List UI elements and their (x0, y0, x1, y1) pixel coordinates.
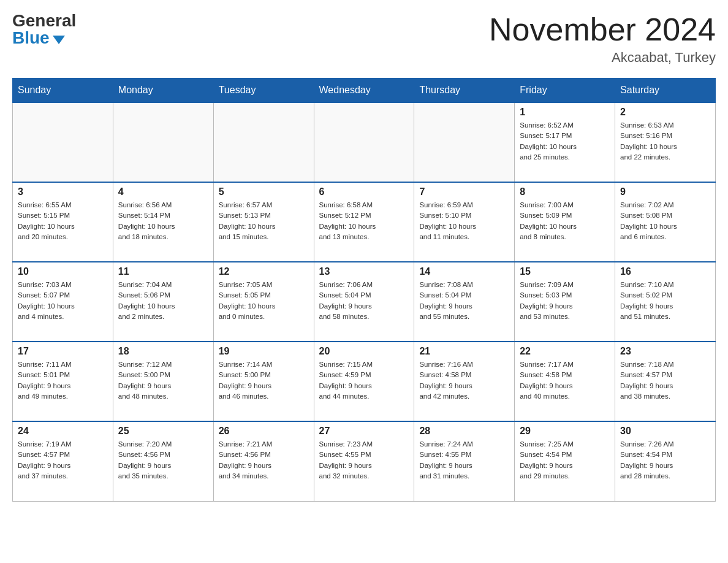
week-row-5: 24Sunrise: 7:19 AMSunset: 4:57 PMDayligh… (13, 421, 716, 501)
calendar-cell-week3-day4: 14Sunrise: 7:08 AMSunset: 5:04 PMDayligh… (414, 262, 515, 342)
calendar-cell-week4-day6: 23Sunrise: 7:18 AMSunset: 4:57 PMDayligh… (615, 342, 716, 421)
calendar-cell-week3-day0: 10Sunrise: 7:03 AMSunset: 5:07 PMDayligh… (13, 262, 113, 342)
day-number: 30 (620, 426, 710, 437)
logo-triangle-icon (53, 36, 65, 44)
day-info: Sunrise: 7:12 AMSunset: 5:00 PMDaylight:… (118, 359, 208, 402)
calendar-cell-week5-day0: 24Sunrise: 7:19 AMSunset: 4:57 PMDayligh… (13, 421, 113, 501)
logo: General Blue (12, 12, 87, 47)
page-header: General Blue November 2024 Akcaabat, Tur… (12, 12, 716, 66)
day-number: 25 (118, 426, 208, 437)
day-number: 12 (219, 266, 309, 277)
day-number: 16 (620, 266, 710, 277)
calendar-cell-week4-day4: 21Sunrise: 7:16 AMSunset: 4:58 PMDayligh… (414, 342, 515, 421)
calendar-cell-week4-day2: 19Sunrise: 7:14 AMSunset: 5:00 PMDayligh… (213, 342, 314, 421)
calendar-cell-week3-day5: 15Sunrise: 7:09 AMSunset: 5:03 PMDayligh… (515, 262, 615, 342)
day-info: Sunrise: 7:21 AMSunset: 4:56 PMDaylight:… (219, 439, 309, 481)
weekday-header-tuesday: Tuesday (213, 79, 314, 103)
day-number: 7 (419, 186, 509, 197)
day-number: 27 (319, 426, 409, 437)
calendar-cell-week5-day4: 28Sunrise: 7:24 AMSunset: 4:55 PMDayligh… (414, 421, 515, 501)
day-info: Sunrise: 6:53 AMSunset: 5:16 PMDaylight:… (620, 120, 710, 163)
calendar-cell-week2-day3: 6Sunrise: 6:58 AMSunset: 5:12 PMDaylight… (314, 182, 414, 262)
week-row-4: 17Sunrise: 7:11 AMSunset: 5:01 PMDayligh… (13, 342, 716, 421)
day-info: Sunrise: 6:57 AMSunset: 5:13 PMDaylight:… (219, 200, 309, 242)
calendar-cell-week3-day6: 16Sunrise: 7:10 AMSunset: 5:02 PMDayligh… (615, 262, 716, 342)
calendar-cell-week4-day5: 22Sunrise: 7:17 AMSunset: 4:58 PMDayligh… (515, 342, 615, 421)
calendar-cell-week5-day2: 26Sunrise: 7:21 AMSunset: 4:56 PMDayligh… (213, 421, 314, 501)
weekday-header-friday: Friday (515, 79, 615, 103)
logo-general-text: General (12, 12, 87, 29)
calendar-cell-week5-day5: 29Sunrise: 7:25 AMSunset: 4:54 PMDayligh… (515, 421, 615, 501)
day-info: Sunrise: 7:25 AMSunset: 4:54 PMDaylight:… (520, 439, 610, 481)
day-info: Sunrise: 6:55 AMSunset: 5:15 PMDaylight:… (18, 200, 108, 242)
calendar-cell-week2-day4: 7Sunrise: 6:59 AMSunset: 5:10 PMDaylight… (414, 182, 515, 262)
day-info: Sunrise: 6:58 AMSunset: 5:12 PMDaylight:… (319, 200, 409, 242)
calendar-cell-week3-day3: 13Sunrise: 7:06 AMSunset: 5:04 PMDayligh… (314, 262, 414, 342)
calendar-cell-week5-day6: 30Sunrise: 7:26 AMSunset: 4:54 PMDayligh… (615, 421, 716, 501)
calendar-cell-week1-day5: 1Sunrise: 6:52 AMSunset: 5:17 PMDaylight… (515, 102, 615, 182)
day-number: 20 (319, 346, 409, 357)
day-info: Sunrise: 7:02 AMSunset: 5:08 PMDaylight:… (620, 200, 710, 242)
week-row-1: 1Sunrise: 6:52 AMSunset: 5:17 PMDaylight… (13, 102, 716, 182)
title-section: November 2024 Akcaabat, Turkey (489, 12, 716, 66)
day-number: 5 (219, 186, 309, 197)
day-info: Sunrise: 7:11 AMSunset: 5:01 PMDaylight:… (18, 359, 108, 402)
calendar-cell-week1-day1 (113, 102, 213, 182)
calendar-cell-week1-day0 (13, 102, 113, 182)
weekday-header-wednesday: Wednesday (314, 79, 414, 103)
day-info: Sunrise: 7:24 AMSunset: 4:55 PMDaylight:… (419, 439, 509, 481)
day-number: 21 (419, 346, 509, 357)
day-number: 15 (520, 266, 610, 277)
weekday-header-thursday: Thursday (414, 79, 515, 103)
day-number: 9 (620, 186, 710, 197)
day-number: 4 (118, 186, 208, 197)
calendar-cell-week1-day2 (213, 102, 314, 182)
calendar-cell-week4-day0: 17Sunrise: 7:11 AMSunset: 5:01 PMDayligh… (13, 342, 113, 421)
day-info: Sunrise: 6:52 AMSunset: 5:17 PMDaylight:… (520, 120, 610, 163)
day-info: Sunrise: 7:16 AMSunset: 4:58 PMDaylight:… (419, 359, 509, 402)
weekday-header-row: SundayMondayTuesdayWednesdayThursdayFrid… (13, 79, 716, 103)
calendar-table: SundayMondayTuesdayWednesdayThursdayFrid… (12, 78, 716, 502)
day-number: 10 (18, 266, 108, 277)
calendar-cell-week3-day1: 11Sunrise: 7:04 AMSunset: 5:06 PMDayligh… (113, 262, 213, 342)
calendar-cell-week4-day1: 18Sunrise: 7:12 AMSunset: 5:00 PMDayligh… (113, 342, 213, 421)
day-number: 1 (520, 107, 610, 118)
day-info: Sunrise: 6:56 AMSunset: 5:14 PMDaylight:… (118, 200, 208, 242)
logo-blue-text: Blue (12, 29, 65, 47)
day-number: 6 (319, 186, 409, 197)
day-info: Sunrise: 7:10 AMSunset: 5:02 PMDaylight:… (620, 280, 710, 322)
day-info: Sunrise: 6:59 AMSunset: 5:10 PMDaylight:… (419, 200, 509, 242)
calendar-cell-week2-day5: 8Sunrise: 7:00 AMSunset: 5:09 PMDaylight… (515, 182, 615, 262)
day-info: Sunrise: 7:04 AMSunset: 5:06 PMDaylight:… (118, 280, 208, 322)
day-info: Sunrise: 7:18 AMSunset: 4:57 PMDaylight:… (620, 359, 710, 402)
day-info: Sunrise: 7:14 AMSunset: 5:00 PMDaylight:… (219, 359, 309, 402)
weekday-header-monday: Monday (113, 79, 213, 103)
day-number: 17 (18, 346, 108, 357)
day-info: Sunrise: 7:09 AMSunset: 5:03 PMDaylight:… (520, 280, 610, 322)
calendar-cell-week5-day3: 27Sunrise: 7:23 AMSunset: 4:55 PMDayligh… (314, 421, 414, 501)
day-info: Sunrise: 7:19 AMSunset: 4:57 PMDaylight:… (18, 439, 108, 481)
day-info: Sunrise: 7:26 AMSunset: 4:54 PMDaylight:… (620, 439, 710, 481)
day-number: 24 (18, 426, 108, 437)
week-row-2: 3Sunrise: 6:55 AMSunset: 5:15 PMDaylight… (13, 182, 716, 262)
calendar-cell-week1-day3 (314, 102, 414, 182)
day-info: Sunrise: 7:08 AMSunset: 5:04 PMDaylight:… (419, 280, 509, 322)
day-number: 22 (520, 346, 610, 357)
day-number: 13 (319, 266, 409, 277)
day-number: 18 (118, 346, 208, 357)
day-number: 14 (419, 266, 509, 277)
day-number: 11 (118, 266, 208, 277)
location-text: Akcaabat, Turkey (489, 50, 716, 66)
day-info: Sunrise: 7:06 AMSunset: 5:04 PMDaylight:… (319, 280, 409, 322)
weekday-header-sunday: Sunday (13, 79, 113, 103)
calendar-cell-week3-day2: 12Sunrise: 7:05 AMSunset: 5:05 PMDayligh… (213, 262, 314, 342)
day-info: Sunrise: 7:05 AMSunset: 5:05 PMDaylight:… (219, 280, 309, 322)
day-number: 3 (18, 186, 108, 197)
day-number: 26 (219, 426, 309, 437)
calendar-cell-week5-day1: 25Sunrise: 7:20 AMSunset: 4:56 PMDayligh… (113, 421, 213, 501)
day-number: 2 (620, 107, 710, 118)
day-info: Sunrise: 7:20 AMSunset: 4:56 PMDaylight:… (118, 439, 208, 481)
week-row-3: 10Sunrise: 7:03 AMSunset: 5:07 PMDayligh… (13, 262, 716, 342)
weekday-header-saturday: Saturday (615, 79, 716, 103)
calendar-cell-week4-day3: 20Sunrise: 7:15 AMSunset: 4:59 PMDayligh… (314, 342, 414, 421)
